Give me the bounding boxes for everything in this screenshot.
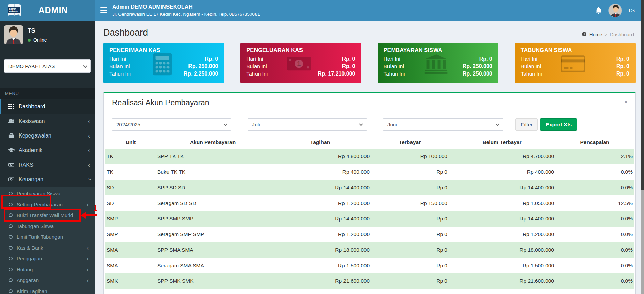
table-row: SMP SPP SMP SMP Rp 14.400.000 Rp 0 Rp 14… — [105, 211, 634, 227]
sidebar-toggle-icon[interactable] — [95, 0, 112, 21]
table-row: SD SPP SD SD Rp 14.400.000 Rp 0 Rp 14.40… — [105, 180, 634, 195]
cell-tagihan: Rp 14.400.000 — [269, 180, 371, 195]
cell-akun-pembayaran: SPP TK TK — [156, 149, 269, 164]
cell-pencapaian: 0.0% — [555, 164, 634, 180]
logo-area[interactable]: admin sekolah .net ADMIN — [0, 0, 95, 21]
info-box-pengeluaran-kas: PENGELUARAN KAS Hari IniRp. 0 Bulan IniR… — [240, 43, 361, 83]
sidebar-item-dashboard[interactable]: Dashboard — [0, 99, 95, 114]
sidebar-item-kepegawaian[interactable]: Kepegawaian ‹ — [0, 128, 95, 143]
sidebar-item-hutang[interactable]: Hutang ‹ — [0, 264, 95, 275]
cell-terbayar: Rp 0 — [371, 242, 449, 258]
cell-tagihan: Rp 4.800.000 — [269, 149, 371, 164]
sidebar-item-kesiswaan[interactable]: Kesiswaan ‹ — [0, 114, 95, 128]
info-value: Rp. 0 — [479, 55, 492, 63]
info-label: Hari Ini — [109, 55, 126, 63]
cell-belum-terbayar: Rp 21.600.000 — [449, 273, 555, 289]
money-icon — [7, 176, 15, 182]
cell-belum-terbayar: Rp 1.500.000 — [449, 258, 555, 273]
cell-terbayar: Rp 0 — [371, 211, 449, 227]
circle-icon — [9, 278, 13, 282]
cell-tagihan: Rp 21.600.000 — [269, 273, 371, 289]
column-header-unit: Unit — [105, 136, 156, 149]
breadcrumb: Home > Dashboard — [582, 31, 634, 38]
users-icon — [7, 118, 15, 124]
menu-section-header: MENU — [0, 88, 95, 99]
chevron-left-icon: ‹ — [87, 201, 89, 208]
info-label: Bulan Ini — [384, 63, 404, 70]
filter-button[interactable]: Filter — [515, 118, 538, 131]
info-value: Rp. 250.000 — [463, 70, 492, 78]
info-label: Tahun Ini — [521, 70, 542, 78]
breadcrumb-home-link[interactable]: Home — [589, 32, 602, 37]
cell-tagihan: Rp 1.500.000 — [269, 258, 371, 273]
sidebar-item-keuangan[interactable]: Keuangan ‹ — [0, 172, 95, 187]
info-box-title: PEMBAYARAN SISWA — [384, 47, 492, 54]
cell-akun-pembayaran: Buku SMK SMK — [156, 289, 269, 294]
sidebar-item-kas-bank[interactable]: Kas & Bank ‹ — [0, 242, 95, 253]
school-name: Admin DEMO ADMINSEKOLAH — [112, 4, 260, 10]
sidebar-item-label: RAKS — [19, 162, 88, 168]
brand-title: ADMIN — [22, 5, 95, 15]
cell-unit: SD — [105, 195, 156, 211]
school-identity: Admin DEMO ADMINSEKOLAH Jl. Cendrawasih … — [112, 4, 260, 17]
sidebar-item-raks[interactable]: RAKS ‹ — [0, 158, 95, 172]
cell-pencapaian: 0.0% — [555, 242, 634, 258]
sidebar-item-anggaran[interactable]: Anggaran ‹ — [0, 275, 95, 286]
annotation-arrow — [85, 214, 97, 216]
cell-akun-pembayaran: SPP SMP SMP — [156, 211, 269, 227]
cell-unit: SMP — [105, 227, 156, 242]
money-icon — [7, 162, 15, 168]
school-address: Jl. Cendrawasih EE 17 Kediri Kec. Ngasem… — [112, 12, 260, 17]
dashboard-gauge-icon — [582, 31, 587, 38]
sidebar-user-name: TS — [28, 27, 47, 34]
chevron-left-icon: ‹ — [88, 147, 90, 153]
cell-akun-pembayaran: Seragam SD SD — [156, 195, 269, 211]
cell-unit: SD — [105, 180, 156, 195]
month-end-select[interactable]: Juni — [383, 118, 503, 131]
info-value: Rp. 2.250.000 — [184, 70, 218, 78]
sidebar-item-limit-tarik-tabungan[interactable]: Limit Tarik Tabungan — [0, 231, 95, 242]
notifications-bell-icon[interactable] — [595, 7, 602, 14]
cell-unit: SMP — [105, 211, 156, 227]
info-box-title: PENERIMAAN KAS — [109, 47, 218, 54]
circle-icon — [9, 235, 13, 239]
info-label: Bulan Ini — [246, 63, 267, 70]
sidebar-item-kirim-tagihan[interactable]: Kirim Tagihan — [0, 286, 95, 294]
cell-unit: TK — [105, 164, 156, 180]
sidebar-item-akademik[interactable]: Akademik ‹ — [0, 143, 95, 158]
collapse-panel-icon[interactable]: − — [615, 99, 618, 105]
annotation-arrowhead-icon — [81, 212, 86, 219]
user-avatar[interactable] — [608, 4, 622, 17]
cell-terbayar: Rp 0 — [371, 164, 449, 180]
realisasi-table: Unit Akun Pembayaran Tagihan Terbayar Be… — [105, 136, 634, 294]
submenu-item-label: Kirim Tagihan — [17, 288, 89, 294]
cell-pencapaian: 0.0% — [555, 273, 634, 289]
page-title: Dashboard — [103, 27, 636, 38]
cell-tagihan: Rp 1.200.000 — [269, 227, 371, 242]
sidebar-item-penggajian[interactable]: Penggajian ‹ — [0, 253, 95, 264]
submenu-item-label: Anggaran — [17, 277, 87, 283]
export-xls-button[interactable]: Export Xls — [540, 118, 577, 131]
navbar-username[interactable]: TS — [628, 7, 635, 13]
circle-icon — [9, 246, 13, 250]
scrollbar-thumb[interactable] — [641, 0, 644, 190]
filter-row: 2024/2025 Juli Juni Filter Export Xls — [104, 112, 635, 136]
circle-icon — [9, 289, 13, 293]
cell-terbayar: Rp 0 — [371, 258, 449, 273]
info-value: Rp. 0 — [616, 70, 629, 78]
package-select[interactable]: DEMO PAKET ATAS — [4, 59, 91, 73]
year-select[interactable]: 2024/2025 — [112, 118, 231, 131]
info-label: Hari Ini — [384, 55, 400, 63]
column-header-akun-pembayaran: Akun Pembayaran — [156, 136, 269, 149]
circle-icon — [9, 224, 13, 228]
close-panel-icon[interactable]: × — [624, 99, 628, 105]
info-box-title: TABUNGAN SISWA — [521, 47, 629, 54]
page-scrollbar[interactable] — [641, 0, 644, 294]
sidebar-item-tabungan-siswa[interactable]: Tabungan Siswa — [0, 220, 95, 231]
cell-terbayar: Rp 0 — [371, 289, 449, 294]
user-status[interactable]: Online — [28, 37, 47, 43]
cell-pencapaian: 0.0% — [555, 227, 634, 242]
month-start-select[interactable]: Juli — [248, 118, 367, 131]
table-row: TK SPP TK TK Rp 4.800.000 Rp 100.000 Rp … — [105, 149, 634, 164]
cell-unit: SMA — [105, 258, 156, 273]
